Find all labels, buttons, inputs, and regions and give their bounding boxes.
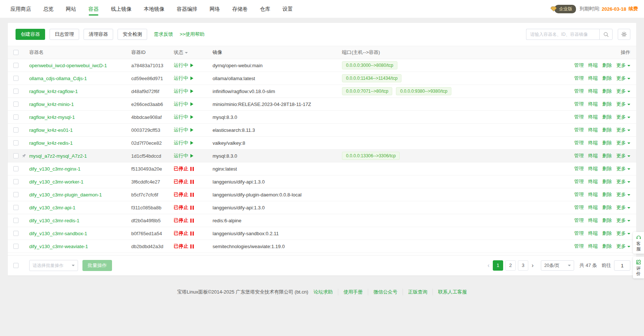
row-checkbox[interactable] — [13, 179, 18, 184]
nav-tab-10[interactable]: 设置 — [282, 0, 293, 18]
search-button[interactable] — [599, 29, 613, 40]
row-action-terminal[interactable]: 终端 — [588, 62, 598, 68]
row-action-terminal[interactable]: 终端 — [588, 192, 598, 197]
row-action-manage[interactable]: 管理 — [574, 153, 584, 158]
goto-page-input[interactable] — [614, 260, 630, 271]
row-action-manage[interactable]: 管理 — [574, 101, 584, 107]
prev-page-arrow[interactable]: ‹ — [485, 262, 492, 269]
container-name-link[interactable]: ragflow_kr4z-es01-1 — [29, 127, 73, 133]
row-action-terminal[interactable]: 终端 — [588, 140, 598, 145]
row-action-more[interactable]: 更多 — [616, 243, 630, 249]
row-checkbox[interactable] — [13, 244, 18, 249]
row-action-terminal[interactable]: 终端 — [588, 205, 598, 210]
container-name-link[interactable]: ragflow_kr4z-redis-1 — [29, 140, 73, 146]
row-action-more[interactable]: 更多 — [616, 230, 630, 236]
row-action-manage[interactable]: 管理 — [574, 127, 584, 133]
row-action-more[interactable]: 更多 — [616, 101, 630, 107]
row-action-delete[interactable]: 删除 — [602, 153, 612, 158]
container-name-link[interactable]: ollama_cdjs-ollama_Cdjs-1 — [29, 76, 87, 81]
container-name-link[interactable]: ragflow_kr4z-minio-1 — [29, 102, 74, 107]
row-action-delete[interactable]: 删除 — [602, 75, 612, 81]
row-action-more[interactable]: 更多 — [616, 127, 630, 133]
row-action-terminal[interactable]: 终端 — [588, 75, 598, 81]
row-action-more[interactable]: 更多 — [616, 88, 630, 94]
row-action-delete[interactable]: 删除 — [602, 217, 612, 223]
security-check-button[interactable]: 安全检测 — [118, 29, 147, 40]
footer-link-2[interactable]: 微信公众号 — [368, 289, 397, 295]
row-checkbox[interactable] — [13, 231, 18, 236]
row-action-delete[interactable]: 删除 — [602, 205, 612, 210]
row-action-delete[interactable]: 删除 — [602, 127, 612, 133]
row-action-more[interactable]: 更多 — [616, 114, 630, 120]
footer-link-3[interactable]: 正版查询 — [403, 289, 427, 295]
row-checkbox[interactable] — [13, 127, 18, 133]
row-action-more[interactable]: 更多 — [616, 179, 630, 184]
row-action-manage[interactable]: 管理 — [574, 62, 584, 68]
row-action-more[interactable]: 更多 — [616, 205, 630, 210]
review-button[interactable]: 评价 — [633, 257, 644, 278]
container-name-link[interactable]: mysql_a7z2-mysql_A7z2-1 — [29, 153, 87, 159]
nav-tab-0[interactable]: 应用商店 — [10, 0, 31, 18]
row-checkbox[interactable] — [13, 89, 18, 94]
page-size-select[interactable]: 20条/页 — [541, 260, 574, 271]
page-button-2[interactable]: 2 — [505, 260, 516, 271]
search-input[interactable] — [526, 29, 599, 40]
container-name-link[interactable]: dify_v130_c3mr-worker-1 — [29, 179, 84, 185]
footer-link-4[interactable]: 联系人工客服 — [433, 289, 467, 295]
nav-tab-6[interactable]: 容器编排 — [177, 0, 197, 18]
row-action-terminal[interactable]: 终端 — [588, 114, 598, 120]
row-action-manage[interactable]: 管理 — [574, 205, 584, 210]
row-checkbox[interactable] — [13, 63, 18, 68]
row-action-more[interactable]: 更多 — [616, 75, 630, 81]
row-action-more[interactable]: 更多 — [616, 217, 630, 223]
row-action-terminal[interactable]: 终端 — [588, 101, 598, 107]
footer-link-1[interactable]: 使用手册 — [338, 289, 363, 295]
container-name-link[interactable]: ragflow_kr4z-ragflow-1 — [29, 89, 78, 94]
container-name-link[interactable]: dify_v130_c3mr-sandbox-1 — [29, 231, 87, 236]
row-action-delete[interactable]: 删除 — [602, 166, 612, 171]
row-action-manage[interactable]: 管理 — [574, 230, 584, 236]
row-action-delete[interactable]: 删除 — [602, 114, 612, 120]
row-action-delete[interactable]: 删除 — [602, 62, 612, 68]
row-checkbox[interactable] — [13, 76, 18, 81]
header-status-filter[interactable]: 状态 — [174, 49, 213, 56]
row-action-manage[interactable]: 管理 — [574, 166, 584, 171]
row-action-manage[interactable]: 管理 — [574, 88, 584, 94]
row-action-more[interactable]: 更多 — [616, 62, 630, 68]
container-name-link[interactable]: dify_v130_c3mr-weaviate-1 — [29, 244, 88, 249]
row-action-delete[interactable]: 删除 — [602, 179, 612, 184]
row-checkbox[interactable] — [13, 205, 18, 210]
container-name-link[interactable]: openwebui_iwcd-openwebui_iwcD-1 — [29, 63, 107, 68]
nav-tab-3[interactable]: 容器 — [88, 0, 99, 18]
row-action-more[interactable]: 更多 — [616, 166, 630, 171]
nav-tab-7[interactable]: 网络 — [210, 0, 220, 18]
batch-operation-button[interactable]: 批量操作 — [82, 260, 112, 271]
container-name-link[interactable]: dify_v130_c3mr-redis-1 — [29, 218, 79, 223]
page-button-1[interactable]: 1 — [493, 260, 503, 271]
nav-tab-1[interactable]: 总览 — [43, 0, 54, 18]
nav-tab-5[interactable]: 本地镜像 — [144, 0, 165, 18]
row-action-terminal[interactable]: 终端 — [588, 230, 598, 236]
row-action-terminal[interactable]: 终端 — [588, 217, 598, 223]
log-manage-button[interactable]: 日志管理 — [50, 29, 79, 40]
row-action-manage[interactable]: 管理 — [574, 243, 584, 249]
settings-button[interactable] — [618, 29, 630, 40]
nav-tab-2[interactable]: 网站 — [66, 0, 76, 18]
row-action-delete[interactable]: 删除 — [602, 243, 612, 249]
row-action-delete[interactable]: 删除 — [602, 88, 612, 94]
row-action-manage[interactable]: 管理 — [574, 192, 584, 197]
row-action-more[interactable]: 更多 — [616, 153, 630, 158]
row-checkbox[interactable] — [13, 140, 18, 145]
row-checkbox[interactable] — [13, 218, 18, 223]
select-all-checkbox[interactable] — [13, 50, 18, 55]
create-container-button[interactable]: 创建容器 — [16, 29, 45, 40]
next-page-arrow[interactable]: › — [529, 262, 536, 269]
renew-link[interactable]: 续费 — [628, 6, 638, 12]
page-button-3[interactable]: 3 — [518, 260, 528, 271]
row-action-more[interactable]: 更多 — [616, 192, 630, 197]
row-action-terminal[interactable]: 终端 — [588, 88, 598, 94]
container-name-link[interactable]: ragflow_kr4z-mysql-1 — [29, 114, 75, 120]
row-checkbox[interactable] — [13, 153, 18, 158]
row-action-manage[interactable]: 管理 — [574, 75, 584, 81]
row-action-delete[interactable]: 删除 — [602, 192, 612, 197]
